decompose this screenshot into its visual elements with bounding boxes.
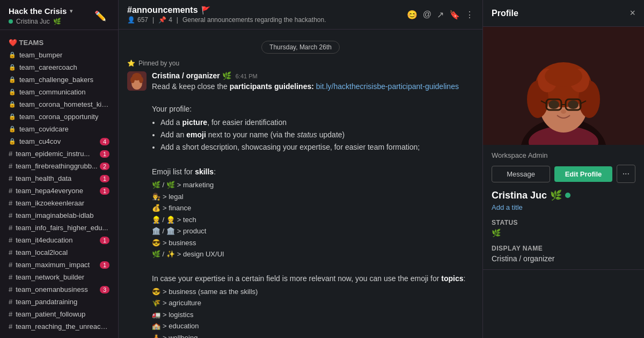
- add-title-link[interactable]: Add a title: [492, 203, 635, 211]
- emoji-row: 💰> finance: [152, 203, 474, 214]
- sidebar-item-team_bumper[interactable]: 🔒team_bumper: [0, 49, 118, 61]
- share-action-icon[interactable]: ↗: [437, 10, 444, 20]
- emoji-row: 🏛️ / 🏛️> product: [152, 226, 474, 237]
- status-dot-icon: [9, 19, 13, 24]
- sidebar-scroll: ❤️ TEAMS 🔒team_bumper 🔒team_careercoach …: [0, 30, 118, 338]
- compose-button[interactable]: ✏️: [91, 9, 109, 23]
- hash-icon: #: [9, 322, 12, 330]
- sidebar-item-team_patient_followup[interactable]: #team_patient_followup: [0, 308, 118, 320]
- profile-info: Workspace Admin Message Edit Profile ···…: [483, 145, 644, 270]
- lock-icon: 🔒: [9, 101, 16, 108]
- avatar: [127, 71, 147, 91]
- emoji-row: 👷 / 👷> tech: [152, 215, 474, 225]
- close-button[interactable]: ×: [630, 8, 635, 19]
- sidebar-item-team_careercoach[interactable]: 🔒team_careercoach: [0, 61, 118, 74]
- svg-point-22: [548, 100, 559, 109]
- more-options-button[interactable]: ···: [617, 165, 635, 183]
- message-time: 6:41 PM: [236, 73, 258, 79]
- sidebar-item-team_ikzoekeenleraar[interactable]: #team_ikzoekeenleraar: [0, 197, 118, 209]
- pin-icon: 📌: [158, 16, 166, 24]
- emoji-row: 🌾> agriculture: [152, 298, 474, 308]
- hash-icon: #: [9, 273, 12, 281]
- sidebar-item-team_network_builder[interactable]: #team_network_builder: [0, 271, 118, 283]
- sidebar-item-team_pandatraining[interactable]: #team_pandatraining: [0, 296, 118, 308]
- message-content: Cristina / organizer 🌿 6:41 PM Read & ke…: [152, 71, 474, 338]
- user-status: Cristina Juc 🌿: [9, 18, 72, 25]
- edit-profile-button[interactable]: Edit Profile: [554, 166, 612, 182]
- lock-icon: 🔒: [9, 64, 16, 71]
- profile-name: Cristina Juc 🌿: [492, 189, 635, 201]
- hash-icon: #: [9, 211, 12, 219]
- sidebar-item-team_corona_opportunity[interactable]: 🔒team_corona_opportunity: [0, 111, 118, 123]
- lock-icon: 🔒: [9, 76, 16, 83]
- emoji-row: 🚛> logistics: [152, 310, 474, 320]
- profile-panel: Profile ×: [483, 0, 644, 338]
- member-count-icon: 👤: [127, 16, 135, 24]
- channel-header: #announcements 🚩 👤 657 | 📌 4 | General a…: [119, 0, 482, 30]
- display-name-label: Display name: [492, 245, 635, 252]
- sidebar-item-team_it4education[interactable]: #team_it4education 1: [0, 234, 118, 246]
- sidebar-item-team_epidemic[interactable]: #team_epidemic_instru... 1: [0, 148, 118, 160]
- sidebar-item-team_challenge_bakers[interactable]: 🔒team_challenge_bakers: [0, 74, 118, 86]
- sidebar-item-team_reaching[interactable]: #team_reaching_the_unreach...: [0, 320, 118, 333]
- svg-point-23: [568, 100, 579, 109]
- sidebar-item-team_onemanbusiness[interactable]: #team_onemanbusiness 3: [0, 283, 118, 296]
- sidebar-header: Hack the Crisis ▾ Cristina Juc 🌿 ✏️: [0, 0, 118, 30]
- channel-flag-icon: 🚩: [201, 6, 210, 14]
- guidelines-link[interactable]: bit.ly/hackthecrisisbe-participant-guide…: [316, 82, 459, 91]
- display-name-value: Cristina / organizer: [492, 254, 635, 263]
- emoji-row: 🌿 / 🌿> marketing: [152, 180, 474, 190]
- at-action-icon[interactable]: @: [423, 10, 431, 19]
- workspace-admin-badge: Workspace Admin: [492, 151, 635, 159]
- topics-emoji-list: 😎> business (same as the skills) 🌾> agri…: [152, 286, 474, 339]
- chevron-down-icon: ▾: [70, 8, 72, 14]
- message-button[interactable]: Message: [492, 166, 550, 182]
- more-action-icon[interactable]: ⋮: [465, 10, 474, 20]
- sidebar-item-team_covidcare[interactable]: 🔒team_covidcare: [0, 123, 118, 135]
- hash-icon: #: [9, 285, 12, 293]
- sidebar-item-team_communication[interactable]: 🔒team_communication: [0, 86, 118, 98]
- emoji-row: 😎> business (same as the skills): [152, 286, 474, 297]
- sidebar-item-team_maximum_impact[interactable]: #team_maximum_impact 1: [0, 259, 118, 271]
- profile-panel-title: Profile: [492, 9, 518, 18]
- channel-name[interactable]: #announcements: [127, 5, 198, 15]
- message-header: Cristina / organizer 🌿 6:41 PM: [152, 71, 474, 80]
- hash-icon: #: [9, 261, 12, 269]
- hash-icon: #: [9, 310, 12, 318]
- badge: 3: [100, 286, 109, 293]
- badge: 2: [100, 163, 109, 170]
- workspace-name[interactable]: Hack the Crisis ▾: [9, 6, 72, 16]
- lock-icon: 🔒: [9, 89, 16, 95]
- emoji-action-icon[interactable]: 😊: [407, 10, 418, 20]
- sidebar-item-team_local2local[interactable]: #team_local2local: [0, 246, 118, 259]
- emoji-row: 🌿 / ✨> design UX/UI: [152, 249, 474, 260]
- badge: 1: [100, 261, 109, 269]
- lock-icon: 🔒: [9, 126, 16, 133]
- sidebar-item-team_hepa4everyone[interactable]: #team_hepa4everyone 1: [0, 185, 118, 197]
- badge: 1: [100, 150, 109, 158]
- sidebar-item-team_health_data[interactable]: #team_health_data 1: [0, 172, 118, 185]
- badge: 1: [100, 237, 109, 244]
- sidebar-item-team_info_fairs[interactable]: #team_info_fairs_higher_edu...: [0, 222, 118, 234]
- badge: 1: [100, 187, 109, 195]
- header-actions: 😊 @ ↗ 🔖 ⋮: [407, 10, 474, 20]
- chat-scroll[interactable]: Thursday, March 26th ⭐ Pinned by you: [119, 30, 482, 338]
- star-icon: ⭐: [127, 60, 135, 67]
- sidebar-item-team_imaginelab[interactable]: #team_imaginabelab-idlab: [0, 209, 118, 222]
- svg-point-4: [130, 77, 135, 83]
- date-divider: Thursday, March 26th: [127, 42, 474, 51]
- emoji-row: 🧘> wellbeing: [152, 333, 474, 339]
- hash-icon: #: [9, 162, 12, 170]
- hash-icon: #: [9, 224, 12, 232]
- pinned-banner: ⭐ Pinned by you: [127, 57, 474, 71]
- emoji-row: 😎> business: [152, 238, 474, 248]
- badge: 1: [100, 175, 109, 182]
- bookmark-action-icon[interactable]: 🔖: [449, 10, 460, 20]
- sidebar-item-team_corona_hometest[interactable]: 🔒team_corona_hometest_kit_...: [0, 98, 118, 111]
- profile-panel-header: Profile ×: [483, 0, 644, 27]
- main-chat: #announcements 🚩 👤 657 | 📌 4 | General a…: [118, 0, 483, 338]
- sidebar-item-team_cu4cov[interactable]: 🔒team_cu4cov 4: [0, 135, 118, 148]
- svg-point-16: [545, 65, 582, 87]
- hash-icon: #: [9, 187, 12, 195]
- sidebar-item-team_firebreathing[interactable]: #team_firebreathinggrubb... 2: [0, 160, 118, 172]
